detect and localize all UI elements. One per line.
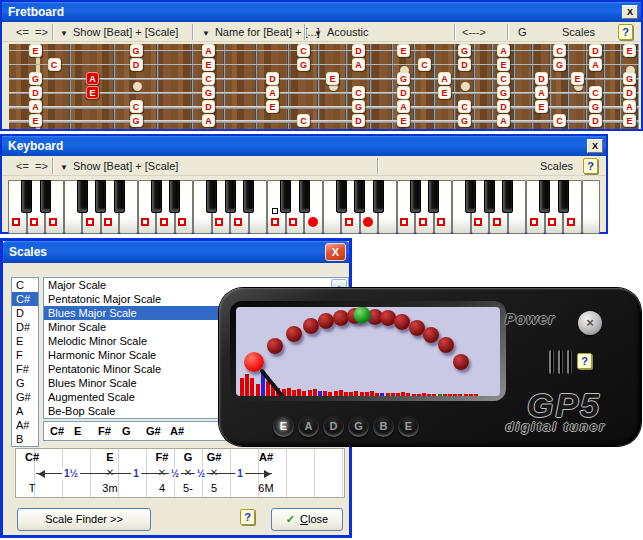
close-icon[interactable]: X (622, 5, 638, 19)
fretboard-note[interactable]: A (438, 72, 451, 85)
tuner-string-button[interactable]: A (298, 416, 319, 437)
black-key[interactable] (280, 180, 291, 213)
fretboard-note[interactable]: E (202, 58, 215, 71)
black-key[interactable] (151, 180, 162, 213)
black-key[interactable] (465, 180, 476, 213)
black-key[interactable] (206, 180, 217, 213)
fretboard-note[interactable]: A (589, 58, 602, 71)
black-key[interactable] (77, 180, 88, 213)
fretboard-note[interactable]: D (202, 100, 215, 113)
root-note-item[interactable]: G# (12, 390, 38, 404)
fretboard-note[interactable]: E (29, 114, 42, 127)
fretboard-note[interactable]: G (623, 72, 636, 85)
fretboard-note[interactable]: E (397, 44, 410, 57)
fretboard-note[interactable]: E (623, 114, 636, 127)
black-key[interactable] (299, 180, 310, 213)
black-key[interactable] (336, 180, 347, 213)
fretboard-note[interactable]: E (29, 44, 42, 57)
fretboard-note[interactable]: G (29, 72, 42, 85)
show-dropdown[interactable]: ▼Show [Beat] + [Scale] (60, 158, 178, 174)
tuner-string-button[interactable]: E (273, 416, 294, 437)
show-dropdown[interactable]: ▼Show [Beat] + [Scale] (60, 24, 178, 40)
fretboard-note[interactable]: G (553, 58, 566, 71)
fretboard-note[interactable]: G (352, 100, 365, 113)
black-key[interactable] (21, 180, 32, 213)
fretboard-note[interactable]: A (352, 58, 365, 71)
keyboard-titlebar[interactable]: Keyboard X (2, 136, 606, 156)
help-icon[interactable]: ? (618, 24, 633, 40)
scales-button[interactable]: Scales (562, 24, 595, 40)
fretboard-note[interactable]: D (352, 44, 365, 57)
black-key[interactable] (410, 180, 421, 213)
fretboard-note[interactable]: A (397, 100, 410, 113)
fretboard-note[interactable]: A (535, 86, 548, 99)
tuner-string-button[interactable]: G (348, 416, 369, 437)
black-key[interactable] (373, 180, 384, 213)
fretboard-note[interactable]: G (297, 58, 310, 71)
fretboard-note[interactable]: E (623, 44, 636, 57)
fretboard-note[interactable]: E (535, 100, 548, 113)
fretboard-note[interactable]: C (352, 86, 365, 99)
fretboard-note[interactable]: C (202, 72, 215, 85)
fretboard-note[interactable]: A (86, 72, 99, 85)
instrument-dropdown[interactable]: ▼Acoustic (314, 24, 369, 40)
root-note-item[interactable]: A# (12, 418, 38, 432)
fretboard-titlebar[interactable]: Fretboard X (2, 2, 641, 22)
root-note-item[interactable]: C# (12, 292, 38, 306)
root-note-item[interactable]: A (12, 404, 38, 418)
black-key[interactable] (40, 180, 51, 213)
black-key[interactable] (539, 180, 550, 213)
root-note-item[interactable]: D# (12, 320, 38, 334)
fretboard-note[interactable]: C (130, 100, 143, 113)
fretboard-note[interactable]: D (497, 100, 510, 113)
fretboard-note[interactable]: G (397, 72, 410, 85)
scale-finder-button[interactable]: Scale Finder >> (17, 508, 151, 531)
black-key[interactable] (225, 180, 236, 213)
fretboard-note[interactable]: E (497, 58, 510, 71)
fretboard-note[interactable]: A (497, 114, 510, 127)
fretboard[interactable]: EGDAECAEGDCGAECGDADAECGCEDACGDEGDAECAEGD… (9, 44, 639, 129)
fretboard-note[interactable]: E (86, 86, 99, 99)
fretboard-note[interactable]: E (438, 86, 451, 99)
root-note-item[interactable]: D (12, 306, 38, 320)
fretboard-note[interactable]: C (297, 44, 310, 57)
forward-button[interactable]: => (35, 158, 48, 174)
fretboard-note[interactable]: A (266, 86, 279, 99)
root-note-item[interactable]: B (12, 432, 38, 446)
root-note-item[interactable]: C (12, 278, 38, 292)
fretboard-note[interactable]: G (458, 44, 471, 57)
scales-button[interactable]: Scales (540, 158, 573, 174)
help-icon[interactable]: ? (240, 509, 255, 525)
fretboard-note[interactable]: G (130, 44, 143, 57)
help-icon[interactable]: ? (577, 353, 592, 369)
fretboard-note[interactable]: A (497, 44, 510, 57)
fretboard-note[interactable]: C (497, 72, 510, 85)
fretboard-note[interactable]: G (458, 114, 471, 127)
fretboard-note[interactable]: A (29, 100, 42, 113)
fretboard-note[interactable]: D (29, 86, 42, 99)
piano-keyboard[interactable] (8, 180, 602, 234)
tuner-string-button[interactable]: B (373, 416, 394, 437)
fretboard-note[interactable]: E (571, 72, 584, 85)
fretboard-note[interactable]: A (202, 44, 215, 57)
black-key[interactable] (354, 180, 365, 213)
close-icon[interactable]: X (587, 139, 603, 153)
black-key[interactable] (95, 180, 106, 213)
scales-titlebar[interactable]: Scales X (3, 241, 349, 263)
root-note-item[interactable]: F# (12, 362, 38, 376)
fretboard-note[interactable]: G (497, 86, 510, 99)
fretboard-note[interactable]: D (458, 58, 471, 71)
tuner-string-button[interactable]: D (323, 416, 344, 437)
black-key[interactable] (114, 180, 125, 213)
black-key[interactable] (243, 180, 254, 213)
white-key[interactable] (582, 180, 601, 234)
fretboard-note[interactable]: A (623, 100, 636, 113)
fretboard-note[interactable]: D (589, 114, 602, 127)
fretboard-note[interactable]: G (202, 86, 215, 99)
tuner-string-button[interactable]: E (398, 416, 419, 437)
fretboard-note[interactable]: D (266, 72, 279, 85)
black-key[interactable] (558, 180, 569, 213)
close-icon[interactable]: X (325, 243, 346, 261)
black-key[interactable] (484, 180, 495, 213)
black-key[interactable] (428, 180, 439, 213)
